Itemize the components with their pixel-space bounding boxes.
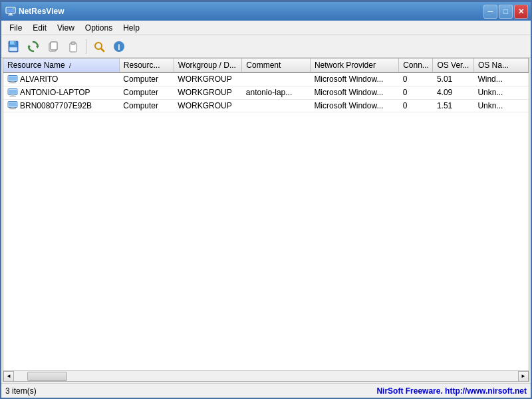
table-row[interactable]: ALVARITOComputerWORKGROUPMicrosoft Windo… [3, 72, 529, 86]
toolbar: i [1, 35, 531, 58]
col-header-osname[interactable]: OS Na... [473, 59, 528, 72]
cell-conn: 0 [399, 86, 433, 99]
svg-rect-7 [14, 41, 16, 44]
main-window: NetResView ─ □ ✕ File Edit View Options … [0, 0, 532, 399]
cell-osver: 1.51 [433, 99, 474, 112]
cell-osver: 5.01 [433, 72, 474, 86]
col-header-name[interactable]: Resource Name / [3, 59, 119, 72]
svg-line-16 [101, 49, 104, 51]
cell-comment: antonio-lap... [242, 86, 311, 99]
svg-rect-28 [9, 102, 17, 107]
col-header-workgroup[interactable]: Workgroup / D... [174, 59, 242, 72]
svg-point-4 [13, 8, 14, 9]
cell-name: ANTONIO-LAPTOP [3, 86, 119, 99]
toolbar-save-button[interactable] [4, 37, 23, 56]
cell-osname: Wind... [473, 72, 528, 86]
cell-conn: 0 [399, 72, 433, 86]
sort-arrow: / [69, 63, 71, 69]
menu-help[interactable]: Help [118, 22, 145, 34]
title-bar-left: NetResView [5, 6, 64, 17]
table-row[interactable]: BRN00807707E92BComputerWORKGROUPMicrosof… [3, 99, 529, 112]
table-row[interactable]: ANTONIO-LAPTOPComputerWORKGROUPantonio-l… [3, 86, 529, 99]
svg-rect-14 [71, 42, 75, 45]
toolbar-about-button[interactable]: i [110, 37, 128, 56]
col-header-conn[interactable]: Conn... [399, 59, 433, 72]
status-nirsoft-link[interactable]: NirSoft Freeware. http://www.nirsoft.net [376, 386, 527, 396]
svg-rect-12 [51, 42, 57, 50]
status-item-count: 3 item(s) [5, 386, 37, 396]
close-button[interactable]: ✕ [514, 5, 528, 19]
svg-rect-30 [9, 108, 16, 109]
cell-comment [242, 99, 311, 112]
cell-osname: Unkn... [473, 99, 528, 112]
table-wrapper[interactable]: Resource Name / Resourc... Workgroup / D… [3, 59, 529, 370]
menu-edit[interactable]: Edit [27, 22, 52, 34]
horizontal-scrollbar[interactable]: ◄ ► [3, 370, 529, 381]
cell-provider: Microsoft Window... [310, 99, 398, 112]
content-area: Resource Name / Resourc... Workgroup / D… [3, 58, 529, 382]
col-header-provider[interactable]: Network Provider [310, 59, 398, 72]
toolbar-refresh-button[interactable] [24, 37, 43, 56]
svg-rect-26 [9, 96, 16, 96]
cell-provider: Microsoft Window... [310, 72, 398, 86]
toolbar-copy-button[interactable] [44, 37, 63, 56]
title-bar: NetResView ─ □ ✕ [1, 2, 531, 21]
svg-rect-22 [9, 82, 16, 83]
cell-provider: Microsoft Window... [310, 86, 398, 99]
minimize-button[interactable]: ─ [483, 5, 497, 19]
scroll-left-button[interactable]: ◄ [3, 371, 14, 382]
svg-rect-29 [11, 108, 15, 109]
cell-osver: 4.09 [433, 86, 474, 99]
cell-comment [242, 72, 311, 86]
menubar: File Edit View Options Help [1, 21, 531, 35]
svg-rect-8 [9, 47, 17, 51]
title-bar-buttons: ─ □ ✕ [483, 5, 528, 19]
svg-rect-25 [11, 94, 15, 96]
cell-workgroup: WORKGROUP [174, 72, 242, 86]
statusbar: 3 item(s) NirSoft Freeware. http://www.n… [1, 383, 531, 398]
svg-text:i: i [118, 43, 120, 52]
toolbar-paste-button[interactable] [64, 37, 82, 56]
svg-rect-20 [9, 76, 17, 80]
app-icon [5, 6, 16, 17]
menu-options[interactable]: Options [80, 22, 118, 34]
cell-workgroup: WORKGROUP [174, 86, 242, 99]
menu-file[interactable]: File [4, 22, 27, 34]
svg-rect-21 [11, 81, 15, 82]
toolbar-separator [86, 39, 86, 54]
svg-rect-24 [9, 89, 17, 94]
cell-conn: 0 [399, 99, 433, 112]
svg-rect-3 [8, 15, 13, 15]
scroll-track[interactable] [14, 371, 518, 382]
table-header: Resource Name / Resourc... Workgroup / D… [3, 59, 529, 72]
maximize-button[interactable]: □ [499, 5, 513, 19]
table-body: ALVARITOComputerWORKGROUPMicrosoft Windo… [3, 72, 529, 112]
cell-name: BRN00807707E92B [3, 99, 119, 112]
cell-resource: Computer [119, 86, 174, 99]
scroll-thumb[interactable] [27, 372, 67, 381]
svg-rect-1 [7, 9, 14, 12]
cell-resource: Computer [119, 72, 174, 86]
svg-rect-2 [9, 13, 12, 15]
col-header-osver[interactable]: OS Ver... [433, 59, 474, 72]
col-header-resource[interactable]: Resourc... [119, 59, 174, 72]
col-header-comment[interactable]: Comment [242, 59, 311, 72]
cell-resource: Computer [119, 99, 174, 112]
cell-name: ALVARITO [3, 72, 119, 86]
cell-workgroup: WORKGROUP [174, 99, 242, 112]
window-title: NetResView [19, 7, 64, 16]
menu-view[interactable]: View [52, 22, 80, 34]
cell-osname: Unkn... [473, 86, 528, 99]
scroll-right-button[interactable]: ► [518, 371, 529, 382]
toolbar-search-button[interactable] [90, 37, 108, 56]
resource-table: Resource Name / Resourc... Workgroup / D… [3, 59, 529, 112]
